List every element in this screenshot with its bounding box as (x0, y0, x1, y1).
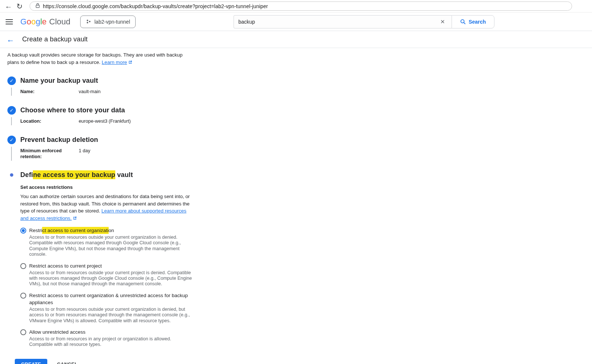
page-description-text: A backup vault provides secure storage f… (7, 52, 183, 65)
search-icon (460, 19, 466, 25)
title-highlight: ne access to your backup (33, 170, 115, 179)
title-part: vault (115, 171, 133, 178)
option-description: Access to or from resources in any proje… (29, 336, 195, 348)
page-back-icon[interactable]: ← (7, 35, 16, 44)
step-access: Define access to your backup vault Set a… (7, 171, 592, 348)
console-header: Google Cloud lab2-vpn-tunnel ✕ Search (0, 13, 592, 31)
step-header: ✓ Prevent backup deletion (7, 136, 592, 144)
browser-toolbar: ← ↻ https://console.cloud.google.com/bac… (0, 0, 592, 13)
option-label: Restrict access to current organization … (29, 292, 189, 306)
cancel-button[interactable]: CANCEL (57, 361, 78, 364)
label-highlight: ct access to current organizati (42, 227, 108, 234)
radio-unselected[interactable] (20, 263, 26, 269)
field-value: vault-main (79, 89, 101, 95)
clear-search-icon[interactable]: ✕ (438, 18, 447, 25)
radio-selected[interactable] (20, 228, 26, 234)
option-label: Restrict access to current organization (29, 227, 189, 234)
step-complete-icon: ✓ (7, 106, 16, 115)
summary-row: Location: europe-west3 (Frankfurt) (20, 118, 592, 124)
external-link-icon (73, 215, 77, 222)
step-name-vault: ✓ Name your backup vault Name: vault-mai… (7, 76, 592, 96)
field-value: 1 day (79, 148, 90, 160)
step-title: Name your backup vault (20, 77, 98, 85)
logo-letter: o (27, 17, 31, 27)
field-value: europe-west3 (Frankfurt) (79, 118, 131, 124)
logo-letter: g (36, 17, 40, 27)
field-label: Name: (20, 89, 79, 95)
console-search: ✕ Search (234, 15, 494, 28)
project-icon (86, 19, 91, 24)
search-input[interactable] (238, 19, 438, 25)
browser-refresh-icon[interactable]: ↻ (14, 2, 25, 11)
option-label: Restrict access to current project (29, 262, 189, 269)
summary-row: Name: vault-main (20, 89, 592, 95)
field-label: Location: (20, 118, 79, 124)
option-body: Allow unrestricted access Access to or f… (29, 329, 195, 348)
step-active-icon (7, 173, 16, 177)
step-complete-icon: ✓ (7, 76, 16, 85)
logo-letter: e (42, 17, 47, 27)
label-part: Restri (29, 228, 42, 233)
step-retention: ✓ Prevent backup deletion Minimum enforc… (7, 136, 592, 161)
radio-unselected[interactable] (20, 329, 26, 335)
step-complete-icon: ✓ (7, 136, 16, 144)
page-description: A backup vault provides secure storage f… (7, 51, 194, 66)
create-button[interactable]: CREATE (15, 359, 47, 364)
option-body: Restrict access to current organization … (29, 292, 195, 324)
option-body: Restrict access to current project Acces… (29, 262, 195, 287)
logo-cloud-text: Cloud (49, 17, 70, 27)
external-link-icon (128, 59, 132, 67)
option-description: Access to or from resources outside your… (29, 270, 195, 287)
page-title: Create a backup vault (22, 35, 88, 43)
option-restrict-org-appliances[interactable]: Restrict access to current organization … (20, 292, 592, 324)
radio-unselected[interactable] (20, 293, 26, 299)
step-header: Define access to your backup vault (7, 171, 592, 179)
option-allow-unrestricted[interactable]: Allow unrestricted access Access to or f… (20, 329, 592, 348)
option-description: Access to or from resources outside your… (29, 307, 195, 324)
option-restrict-project[interactable]: Restrict access to current project Acces… (20, 262, 592, 287)
summary-row: Minimum enforced retention: 1 day (20, 148, 592, 160)
url-text: https://console.cloud.google.com/backupd… (43, 3, 268, 9)
field-label: Minimum enforced retention: (20, 148, 79, 160)
label-part: on (109, 228, 114, 233)
menu-icon[interactable] (6, 19, 13, 24)
step-title: Choose where to store your data (20, 106, 125, 114)
step-summary: Name: vault-main (11, 88, 592, 96)
google-cloud-logo[interactable]: Google Cloud (20, 17, 71, 27)
address-bar[interactable]: https://console.cloud.google.com/backupd… (30, 1, 572, 11)
lock-icon (35, 3, 40, 10)
form-actions: CREATE CANCEL (15, 359, 592, 364)
search-button-label: Search (469, 19, 486, 25)
step-title: Define access to your backup vault (20, 171, 133, 179)
option-description: Access to or from resources outside your… (29, 235, 195, 258)
search-field-wrap: ✕ (234, 15, 452, 28)
project-name: lab2-vpn-tunnel (95, 19, 130, 25)
option-label: Allow unrestricted access (29, 329, 189, 336)
browser-back-icon[interactable]: ← (3, 2, 14, 10)
step-header: ✓ Name your backup vault (7, 76, 592, 85)
step-header: ✓ Choose where to store your data (7, 106, 592, 115)
option-restrict-organization[interactable]: Restrict access to current organization … (20, 227, 592, 258)
search-button[interactable]: Search (452, 15, 494, 28)
access-intro: You can authorize certain sources and de… (20, 193, 191, 222)
project-selector[interactable]: lab2-vpn-tunnel (80, 16, 136, 28)
option-body: Restrict access to current organization … (29, 227, 195, 258)
step-summary: Location: europe-west3 (Frankfurt) (11, 117, 592, 125)
logo-letter: o (31, 17, 35, 27)
main-content: A backup vault provides secure storage f… (0, 48, 592, 364)
logo-letter: G (20, 17, 27, 27)
access-restrictions-subtitle: Set access restrictions (20, 184, 592, 190)
title-part: Defi (20, 171, 33, 178)
step-location: ✓ Choose where to store your data Locati… (7, 106, 592, 125)
step-summary: Minimum enforced retention: 1 day (11, 147, 592, 161)
access-options: Restrict access to current organization … (20, 227, 592, 348)
step-title: Prevent backup deletion (20, 136, 98, 144)
page-title-bar: ← Create a backup vault (0, 31, 592, 48)
learn-more-link[interactable]: Learn more (102, 59, 127, 65)
